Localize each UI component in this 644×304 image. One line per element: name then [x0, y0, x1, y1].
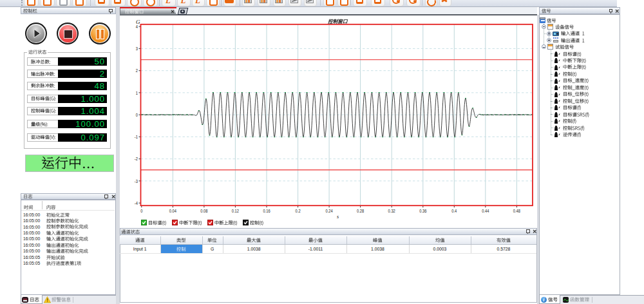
svg-text:0.36: 0.36 — [419, 208, 426, 213]
svg-text:0.44: 0.44 — [482, 208, 489, 213]
svg-text:3: 3 — [136, 46, 138, 51]
svg-text:0.04: 0.04 — [169, 208, 176, 213]
svg-text:0.48: 0.48 — [513, 208, 520, 213]
svg-text:0: 0 — [140, 208, 142, 213]
svg-text:0.2: 0.2 — [296, 208, 301, 213]
svg-text:0.24: 0.24 — [325, 208, 332, 213]
svg-text:-1: -1 — [135, 134, 138, 139]
svg-text:-2: -2 — [135, 157, 138, 162]
svg-text:G: G — [136, 19, 140, 25]
svg-text:-4: -4 — [135, 200, 138, 205]
svg-text:0.08: 0.08 — [200, 208, 207, 213]
svg-text:0.32: 0.32 — [388, 208, 395, 213]
svg-text:1: 1 — [136, 90, 138, 95]
svg-text:0.28: 0.28 — [357, 208, 364, 213]
svg-text:0.12: 0.12 — [232, 208, 239, 213]
svg-text:2: 2 — [136, 68, 138, 73]
svg-text:0.4: 0.4 — [451, 208, 457, 213]
svg-text:0.16: 0.16 — [263, 208, 270, 213]
svg-text:s: s — [337, 214, 339, 220]
svg-text:-3: -3 — [135, 178, 138, 184]
svg-text:0: 0 — [136, 112, 138, 117]
